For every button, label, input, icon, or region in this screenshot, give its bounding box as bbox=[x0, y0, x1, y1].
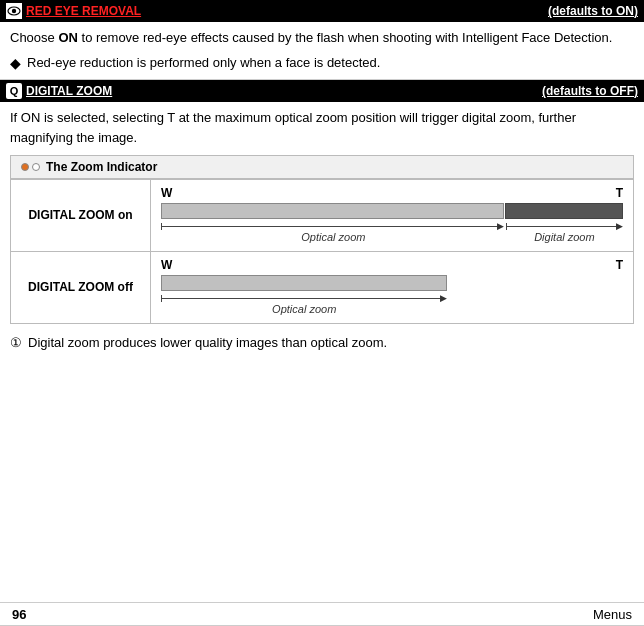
bar-optical-on bbox=[161, 203, 504, 219]
footer: 96 Menus bbox=[0, 602, 644, 626]
footer-section: Menus bbox=[593, 607, 632, 622]
captions-on: Optical zoom Digital zoom bbox=[161, 231, 623, 243]
caption-optical-on: Optical zoom bbox=[161, 231, 506, 243]
note-symbol: ① bbox=[10, 334, 22, 352]
zoom-indicator-box: The Zoom Indicator DIGITAL ZOOM on W T bbox=[10, 155, 634, 324]
red-eye-title-left: RED EYE REMOVAL bbox=[6, 3, 141, 19]
zoom-indicator-header: The Zoom Indicator bbox=[11, 156, 633, 179]
zoom-on-label: DIGITAL ZOOM on bbox=[11, 180, 151, 251]
page-wrapper: RED EYE REMOVAL (defaults to ON) Choose … bbox=[0, 0, 644, 626]
svg-point-1 bbox=[12, 9, 16, 13]
zoom-on-diagram: W T ▶ bbox=[151, 180, 633, 251]
zoom-row-on: DIGITAL ZOOM on W T bbox=[11, 179, 633, 251]
zoom-row-off: DIGITAL ZOOM off W T ▶ bbox=[11, 251, 633, 323]
bar-digital-on bbox=[505, 203, 623, 219]
dz-body: If ON is selected, selecting T at the ma… bbox=[0, 102, 644, 155]
wt-off-labels: W T bbox=[161, 258, 623, 272]
bars-off bbox=[161, 275, 623, 291]
zoom-indicator-title: The Zoom Indicator bbox=[46, 160, 157, 174]
dz-icon: Q bbox=[6, 83, 22, 99]
caption-digital-on: Digital zoom bbox=[506, 231, 623, 243]
indicator-dots bbox=[21, 163, 40, 171]
dz-defaults: (defaults to OFF) bbox=[542, 84, 638, 98]
zoom-off-diagram: W T ▶ Optical zoom bbox=[151, 252, 633, 323]
bar-optical-off bbox=[161, 275, 447, 291]
dz-title-left: Q DIGITAL ZOOM bbox=[6, 83, 112, 99]
red-eye-bullet: ◆ Red-eye reduction is performed only wh… bbox=[0, 52, 644, 80]
red-eye-header: RED EYE REMOVAL (defaults to ON) bbox=[0, 0, 644, 22]
bars-on bbox=[161, 203, 623, 219]
arrow-row-on: ▶ ▶ bbox=[161, 221, 623, 231]
arrow-row-off: ▶ bbox=[161, 293, 447, 303]
bullet-symbol: ◆ bbox=[10, 54, 21, 74]
dz-title: DIGITAL ZOOM bbox=[26, 84, 112, 98]
dot-orange bbox=[21, 163, 29, 171]
red-eye-icon bbox=[6, 3, 22, 19]
wt-on-labels: W T bbox=[161, 186, 623, 200]
caption-optical-off: Optical zoom bbox=[161, 303, 447, 315]
red-eye-title: RED EYE REMOVAL bbox=[26, 4, 141, 18]
zoom-off-label: DIGITAL ZOOM off bbox=[11, 252, 151, 323]
red-eye-defaults: (defaults to ON) bbox=[548, 4, 638, 18]
red-eye-body: Choose ON to remove red-eye effects caus… bbox=[0, 22, 644, 52]
note: ① Digital zoom produces lower quality im… bbox=[0, 330, 644, 356]
dot-empty bbox=[32, 163, 40, 171]
digital-zoom-header: Q DIGITAL ZOOM (defaults to OFF) bbox=[0, 80, 644, 102]
digital-arrow: ▶ bbox=[506, 221, 623, 231]
footer-page-number: 96 bbox=[12, 607, 26, 622]
optical-arrow: ▶ bbox=[161, 221, 504, 231]
